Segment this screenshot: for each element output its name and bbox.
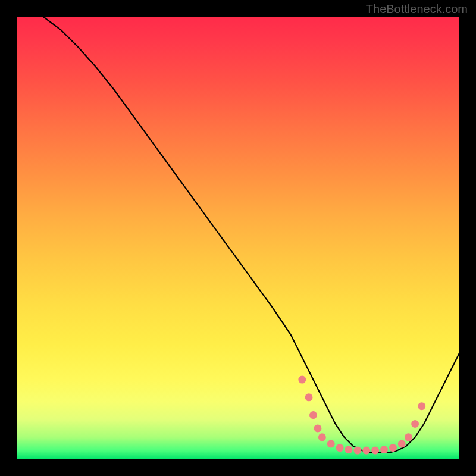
svg-point-8 bbox=[353, 447, 361, 455]
plot-area bbox=[17, 17, 459, 459]
svg-point-11 bbox=[380, 446, 388, 453]
svg-point-1 bbox=[305, 393, 313, 401]
attribution-text: TheBottleneck.com bbox=[366, 2, 468, 16]
svg-point-9 bbox=[362, 447, 370, 455]
svg-point-14 bbox=[405, 433, 412, 441]
svg-point-0 bbox=[298, 376, 306, 384]
highlight-markers bbox=[17, 17, 459, 459]
svg-point-12 bbox=[389, 444, 397, 452]
svg-point-7 bbox=[345, 446, 353, 453]
svg-point-6 bbox=[336, 444, 344, 452]
svg-point-3 bbox=[314, 424, 321, 432]
svg-point-15 bbox=[411, 420, 419, 428]
svg-point-2 bbox=[309, 411, 317, 419]
svg-point-5 bbox=[327, 440, 335, 447]
svg-point-4 bbox=[318, 433, 326, 441]
svg-point-16 bbox=[418, 402, 425, 410]
svg-point-10 bbox=[371, 447, 379, 455]
svg-point-13 bbox=[398, 440, 406, 447]
